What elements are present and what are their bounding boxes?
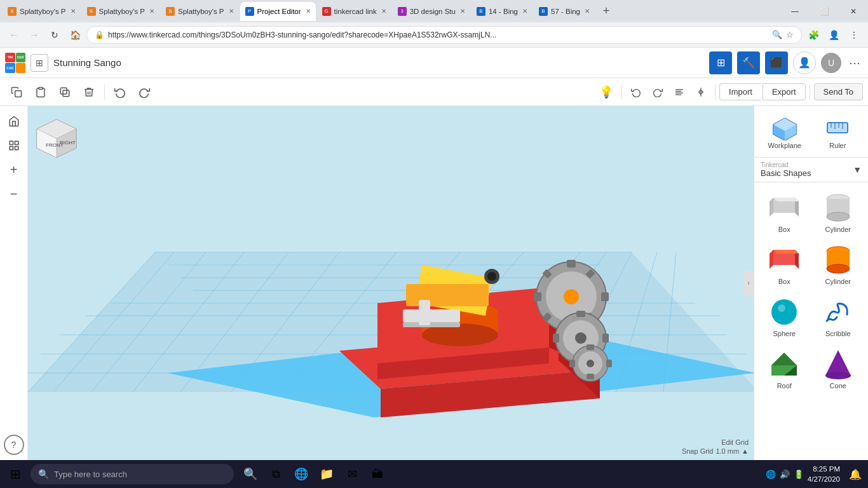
grid-view-button[interactable]: ⊞: [709, 51, 732, 74]
tab-6-close[interactable]: ✕: [460, 8, 465, 15]
fit-view-button[interactable]: [4, 135, 24, 156]
shape-box-gray[interactable]: Box: [759, 187, 810, 236]
snap-grid-arrow[interactable]: ▲: [742, 447, 749, 455]
toolbar-sep-4: [810, 85, 810, 100]
shape-cylinder-orange[interactable]: Cylinder: [813, 240, 864, 288]
tab-2-close[interactable]: ✕: [149, 8, 154, 15]
align-left-button[interactable]: [669, 82, 689, 102]
viewport[interactable]: FRONT RIGHT Edit Grid Snap Grid 1.0 mm ▲…: [28, 106, 754, 460]
tab-1-close[interactable]: ✕: [71, 8, 76, 15]
tab-7[interactable]: B 14 - Bing ✕: [471, 2, 532, 21]
star-icon[interactable]: ☆: [786, 30, 794, 39]
more-menu-button[interactable]: ⋯: [846, 56, 863, 70]
import-button[interactable]: Import: [719, 83, 761, 100]
taskbar-app-fileexplorer[interactable]: 📁: [315, 463, 338, 485]
delete-button[interactable]: [78, 81, 100, 104]
taskbar-app-mail[interactable]: ✉: [341, 463, 363, 485]
back-button[interactable]: ←: [5, 26, 23, 44]
forward-button[interactable]: →: [25, 26, 43, 44]
new-tab-button[interactable]: +: [597, 3, 615, 20]
zoom-in-button[interactable]: +: [4, 159, 24, 180]
extensions-button[interactable]: 🧩: [804, 26, 822, 44]
send-to-button[interactable]: Send To: [814, 83, 863, 100]
tab-8[interactable]: B 57 - Bing ✕: [534, 2, 595, 21]
tab-1[interactable]: S Splattyboy's P ✕: [3, 2, 81, 21]
tab-5-close[interactable]: ✕: [381, 8, 386, 15]
shape-sphere[interactable]: Sphere: [759, 292, 810, 340]
orientation-cube[interactable]: FRONT RIGHT: [33, 116, 80, 163]
expand-handle[interactable]: ›: [743, 271, 754, 296]
home-button-sidebar[interactable]: [4, 111, 24, 132]
taskbar-app-photos[interactable]: 🏔: [366, 463, 389, 485]
svg-marker-105: [770, 250, 773, 269]
clock-display[interactable]: 8:25 PM 4/27/2020: [808, 464, 845, 484]
menu-button[interactable]: ⋮: [845, 26, 863, 44]
shape-cone[interactable]: Cone: [813, 344, 864, 392]
light-button[interactable]: 💡: [595, 81, 618, 104]
maximize-button[interactable]: ⬜: [810, 0, 839, 22]
volume-icon[interactable]: 🔊: [780, 470, 790, 479]
svg-rect-58: [567, 260, 576, 268]
zoom-out-button[interactable]: −: [4, 184, 24, 204]
svg-rect-90: [827, 123, 848, 133]
home-button[interactable]: 🏠: [66, 26, 84, 44]
close-button[interactable]: ✕: [839, 0, 868, 22]
tab-4-active[interactable]: P Project Editor ✕: [240, 2, 316, 21]
help-button[interactable]: ?: [4, 435, 24, 455]
undo-button[interactable]: [109, 81, 132, 104]
tab-4-close[interactable]: ✕: [306, 8, 311, 15]
profile-button[interactable]: 👤: [825, 26, 843, 44]
taskbar-app-search[interactable]: 🔍: [239, 463, 262, 485]
workplane-button[interactable]: Workplane: [759, 111, 810, 152]
duplicate-button[interactable]: [53, 81, 76, 104]
tab-6[interactable]: 3 3D design Stu ✕: [393, 2, 470, 21]
tab-2[interactable]: S Splattyboy's P ✕: [82, 2, 160, 21]
refresh-button[interactable]: ↻: [46, 26, 64, 44]
right-panel: Workplane Ruler: [754, 106, 868, 460]
view-undo-button[interactable]: [626, 82, 646, 102]
taskbar-app-taskview[interactable]: ⧉: [264, 463, 287, 485]
svg-point-109: [827, 264, 850, 273]
notification-button[interactable]: 🔔: [845, 460, 865, 488]
project-name: Stunning Sango: [53, 57, 121, 68]
hammer-tool-button[interactable]: 🔨: [737, 51, 760, 74]
ruler-button[interactable]: Ruler: [813, 111, 864, 152]
shape-box-red[interactable]: Box: [759, 240, 810, 288]
mirror-button[interactable]: [691, 82, 711, 102]
user-avatar[interactable]: U: [821, 53, 841, 73]
tab-2-label: Splattyboy's P: [99, 8, 146, 15]
start-button[interactable]: ⊞: [0, 460, 31, 488]
shape-scribble[interactable]: Scribble: [813, 292, 864, 340]
minimize-button[interactable]: —: [780, 0, 810, 22]
tab-8-close[interactable]: ✕: [585, 8, 590, 15]
ruler-label: Ruler: [829, 142, 846, 149]
logo-cad: CAD: [5, 63, 15, 73]
tab-7-close[interactable]: ✕: [522, 8, 527, 15]
shapes-grid: Box Cylinder: [754, 182, 868, 397]
search-bar[interactable]: 🔍 Type here to search: [31, 464, 234, 484]
tinkercad-logo[interactable]: TIN KER CAD: [5, 53, 25, 73]
box-gray-icon: [764, 190, 804, 226]
add-person-button[interactable]: 👤: [793, 51, 816, 74]
shape-cylinder-gray[interactable]: Cylinder: [813, 187, 864, 236]
tab-3[interactable]: S Splattyboy's P ✕: [161, 2, 239, 21]
view-redo-button[interactable]: [648, 82, 668, 102]
tab-5[interactable]: G tinkercad link ✕: [317, 2, 391, 21]
shape-roof[interactable]: Roof: [759, 344, 810, 392]
edit-grid-button[interactable]: Edit Grid: [721, 438, 749, 446]
copy-button[interactable]: [5, 81, 28, 104]
paste-button[interactable]: [29, 81, 52, 104]
svg-rect-0: [15, 90, 22, 97]
cube-button[interactable]: ⬛: [765, 51, 788, 74]
tab-3-close[interactable]: ✕: [229, 8, 234, 15]
redo-button[interactable]: [133, 81, 156, 104]
taskbar-app-edge[interactable]: 🌐: [290, 463, 313, 485]
battery-icon[interactable]: 🔋: [794, 470, 804, 479]
shapes-header[interactable]: Tinkercad Basic Shapes ▼: [754, 158, 868, 182]
grid-menu-button[interactable]: ⊞: [31, 54, 48, 72]
network-icon[interactable]: 🌐: [766, 470, 776, 479]
export-button[interactable]: Export: [763, 83, 806, 100]
tab-8-favicon: B: [539, 7, 548, 16]
svg-marker-99: [773, 198, 799, 201]
url-bar[interactable]: 🔒 https://www.tinkercad.com/things/3DSoU…: [86, 26, 802, 44]
